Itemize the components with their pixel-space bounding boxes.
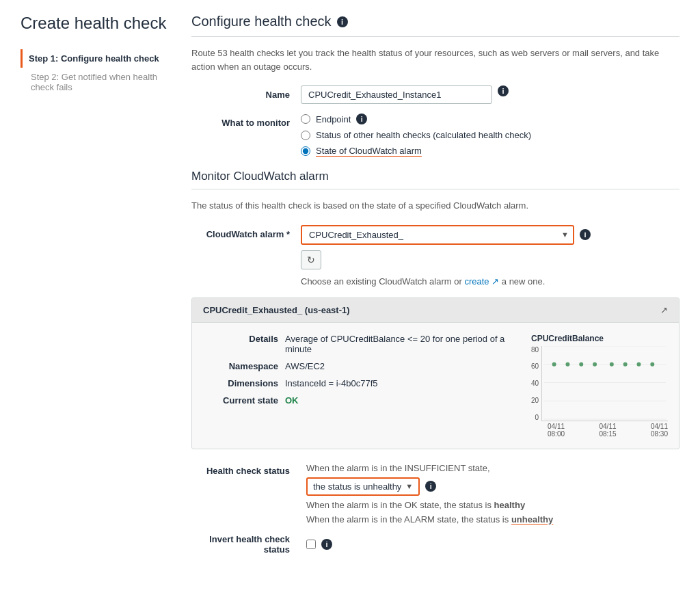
cloudwatch-select-wrapper: CPUCredit_Exhausted_ ▼ bbox=[301, 225, 574, 245]
radio-endpoint-label: Endpoint bbox=[316, 114, 351, 124]
status-dropdown-text: the status is unhealthy bbox=[313, 481, 401, 492]
cloudwatch-alarm-row: CloudWatch alarm * CPUCredit_Exhausted_ … bbox=[191, 225, 679, 287]
svg-point-6 bbox=[566, 362, 570, 366]
ok-status-text: When the alarm is in the OK state, the s… bbox=[306, 500, 679, 510]
radio-other-health-label: Status of other health checks (calculate… bbox=[316, 130, 531, 140]
cloudwatch-info-icon[interactable]: i bbox=[580, 229, 591, 240]
detail-label-namespace: Namespace bbox=[203, 361, 278, 371]
page-title: Create health check bbox=[21, 14, 171, 33]
alarm-card-body: Details Average of CPUCreditBalance <= 2… bbox=[192, 323, 679, 449]
svg-point-12 bbox=[650, 362, 654, 366]
insufficient-text: When the alarm is in the INSUFFICIENT st… bbox=[306, 463, 679, 473]
detail-row-current-state: Current state OK bbox=[203, 395, 517, 406]
invert-label: Invert health check status bbox=[191, 534, 301, 555]
alarm-status-text: When the alarm is in the ALARM state, th… bbox=[306, 514, 679, 525]
health-check-status-section: Health check status When the alarm is in… bbox=[191, 463, 679, 525]
svg-point-11 bbox=[637, 362, 641, 366]
alarm-chart-col: CPUCreditBalance 80 60 40 20 0 bbox=[531, 334, 668, 438]
status-row: Health check status When the alarm is in… bbox=[191, 463, 679, 525]
detail-value-dimensions: InstanceId = i-4b0c77f5 bbox=[285, 378, 378, 388]
x-label-0800: 04/1108:00 bbox=[548, 423, 565, 438]
ok-status-value: healthy bbox=[494, 500, 526, 510]
detail-value-details: Average of CPUCreditBalance <= 20 for on… bbox=[285, 334, 517, 354]
invert-checkbox[interactable] bbox=[306, 540, 316, 549]
cloudwatch-alarm-select[interactable]: CPUCredit_Exhausted_ bbox=[301, 225, 574, 245]
monitor-cloudwatch-description: The status of this health check is based… bbox=[191, 199, 679, 213]
y-label-40: 40 bbox=[531, 380, 539, 387]
x-label-0815: 04/1108:15 bbox=[599, 423, 616, 438]
alarm-details-col: Details Average of CPUCreditBalance <= 2… bbox=[203, 334, 517, 438]
name-label: Name bbox=[191, 85, 301, 100]
svg-point-5 bbox=[552, 362, 556, 366]
x-label-0830: 04/1108:30 bbox=[651, 423, 668, 438]
health-check-status-label: Health check status bbox=[191, 463, 301, 476]
alarm-card-header: CPUCredit_Exhausted_ (us-east-1) ↗ bbox=[192, 298, 679, 323]
section-description: Route 53 health checks let you track the… bbox=[191, 47, 679, 73]
detail-label-dimensions: Dimensions bbox=[203, 378, 278, 388]
radio-cloudwatch[interactable]: State of CloudWatch alarm bbox=[301, 146, 531, 156]
detail-label-current-state: Current state bbox=[203, 395, 278, 406]
radio-endpoint[interactable]: Endpoint i bbox=[301, 114, 531, 124]
alarm-card: CPUCredit_Exhausted_ (us-east-1) ↗ Detai… bbox=[191, 297, 679, 449]
detail-row-namespace: Namespace AWS/EC2 bbox=[203, 361, 517, 371]
svg-point-10 bbox=[623, 362, 628, 366]
radio-cloudwatch-label: State of CloudWatch alarm bbox=[316, 146, 422, 156]
status-dropdown[interactable]: the status is unhealthy ▼ bbox=[306, 477, 420, 496]
y-label-80: 80 bbox=[531, 346, 539, 354]
sidebar-step-1[interactable]: Step 1: Configure health check bbox=[21, 49, 171, 68]
refresh-button[interactable]: ↻ bbox=[301, 250, 321, 269]
detail-row-details: Details Average of CPUCreditBalance <= 2… bbox=[203, 334, 517, 354]
create-link[interactable]: create ↗ bbox=[464, 276, 501, 287]
y-label-0: 0 bbox=[531, 414, 539, 421]
radio-cloudwatch-input[interactable] bbox=[301, 146, 310, 156]
svg-point-9 bbox=[610, 362, 614, 366]
detail-label-details: Details bbox=[203, 334, 278, 354]
name-info-icon[interactable]: i bbox=[498, 85, 509, 96]
section-title: Configure health check i bbox=[191, 14, 679, 29]
svg-point-8 bbox=[593, 362, 597, 366]
what-to-monitor-row: What to monitor Endpoint i Status of oth… bbox=[191, 114, 679, 156]
alarm-card-title: CPUCredit_Exhausted_ (us-east-1) bbox=[203, 305, 350, 315]
status-info-icon[interactable]: i bbox=[425, 481, 436, 492]
y-label-60: 60 bbox=[531, 362, 539, 370]
radio-other-health-input[interactable] bbox=[301, 131, 310, 140]
detail-value-current-state: OK bbox=[285, 395, 299, 406]
section-info-icon[interactable]: i bbox=[337, 16, 348, 27]
alarm-helper-text: Choose an existing CloudWatch alarm or c… bbox=[301, 276, 545, 287]
radio-other-health[interactable]: Status of other health checks (calculate… bbox=[301, 130, 531, 140]
name-input[interactable] bbox=[301, 85, 492, 104]
detail-value-namespace: AWS/EC2 bbox=[285, 361, 325, 371]
cloudwatch-label: CloudWatch alarm * bbox=[191, 225, 301, 239]
radio-endpoint-input[interactable] bbox=[301, 114, 310, 124]
monitor-radio-group: Endpoint i Status of other health checks… bbox=[301, 114, 531, 156]
invert-info-icon[interactable]: i bbox=[321, 539, 332, 550]
status-control: When the alarm is in the INSUFFICIENT st… bbox=[306, 463, 679, 525]
alarm-status-value: unhealthy bbox=[511, 514, 553, 525]
name-row: Name i bbox=[191, 85, 679, 104]
monitor-label: What to monitor bbox=[191, 114, 301, 128]
svg-point-7 bbox=[579, 362, 583, 366]
detail-row-dimensions: Dimensions InstanceId = i-4b0c77f5 bbox=[203, 378, 517, 388]
y-label-20: 20 bbox=[531, 397, 539, 404]
alarm-chart bbox=[541, 346, 668, 421]
chart-title: CPUCreditBalance bbox=[531, 334, 668, 343]
status-dropdown-arrow-icon: ▼ bbox=[405, 482, 413, 490]
invert-row: Invert health check status i bbox=[191, 534, 679, 555]
monitor-cloudwatch-title: Monitor CloudWatch alarm bbox=[191, 170, 679, 183]
endpoint-info-icon[interactable]: i bbox=[356, 114, 367, 124]
sidebar-step-2[interactable]: Step 2: Get notified when health check f… bbox=[21, 68, 171, 96]
external-link-icon[interactable]: ↗ bbox=[660, 305, 668, 315]
